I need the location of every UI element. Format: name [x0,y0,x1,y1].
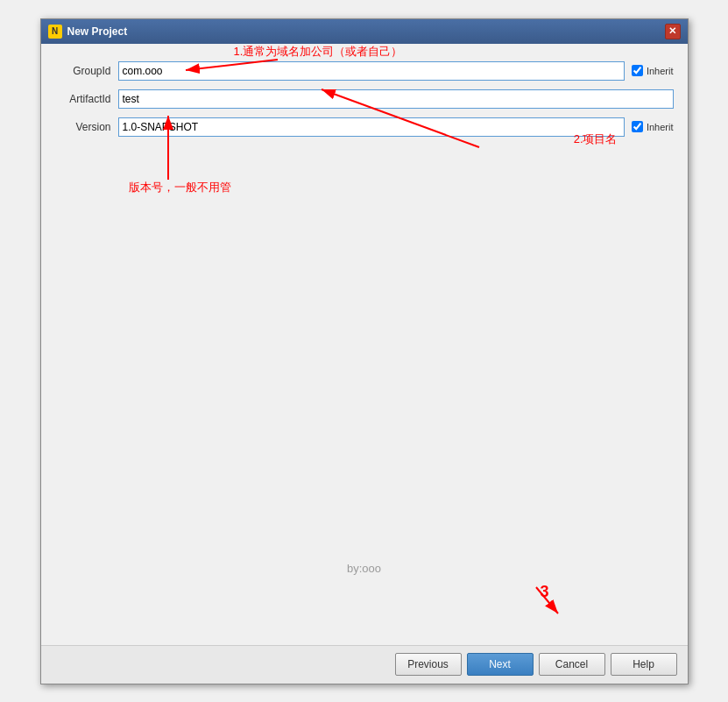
version-label: Version [55,121,118,133]
version-inherit-checkbox[interactable] [632,121,643,132]
cancel-button[interactable]: Cancel [539,653,605,676]
svg-line-7 [536,587,558,613]
version-inherit-label: Inherit [647,122,674,132]
dialog-footer: Previous Next Cancel Help [41,645,688,684]
groupid-inherit: Inherit [632,65,674,76]
dialog-content: GroupId Inherit ArtifactId Version Inher… [41,44,688,645]
annotation-note1: 1.通常为域名加公司（或者自己） [234,44,403,60]
artifactid-input[interactable] [118,89,674,109]
new-project-dialog: N New Project ✕ GroupId Inherit Artifact… [40,18,689,684]
artifactid-row: ArtifactId [55,89,674,109]
groupid-row: GroupId Inherit [55,61,674,81]
annotation-note3: 版本号，一般不用管 [129,180,231,195]
title-bar-left: N New Project [48,25,128,39]
annotation-num3: 3 [540,583,548,601]
help-button[interactable]: Help [611,653,677,676]
version-inherit: Inherit [632,121,674,132]
window-icon: N [48,25,62,39]
artifactid-label: ArtifactId [55,93,118,105]
close-button[interactable]: ✕ [665,24,681,39]
groupid-label: GroupId [55,65,118,77]
groupid-inherit-checkbox[interactable] [632,65,643,76]
groupid-input[interactable] [118,61,625,81]
window-title: New Project [67,25,128,38]
previous-button[interactable]: Previous [395,653,462,676]
next-button[interactable]: Next [467,653,534,676]
groupid-inherit-label: Inherit [647,66,674,76]
version-row: Version Inherit [55,117,674,137]
by-text: by:ooo [347,562,381,575]
title-bar: N New Project ✕ [41,19,688,44]
version-input[interactable] [118,117,625,137]
